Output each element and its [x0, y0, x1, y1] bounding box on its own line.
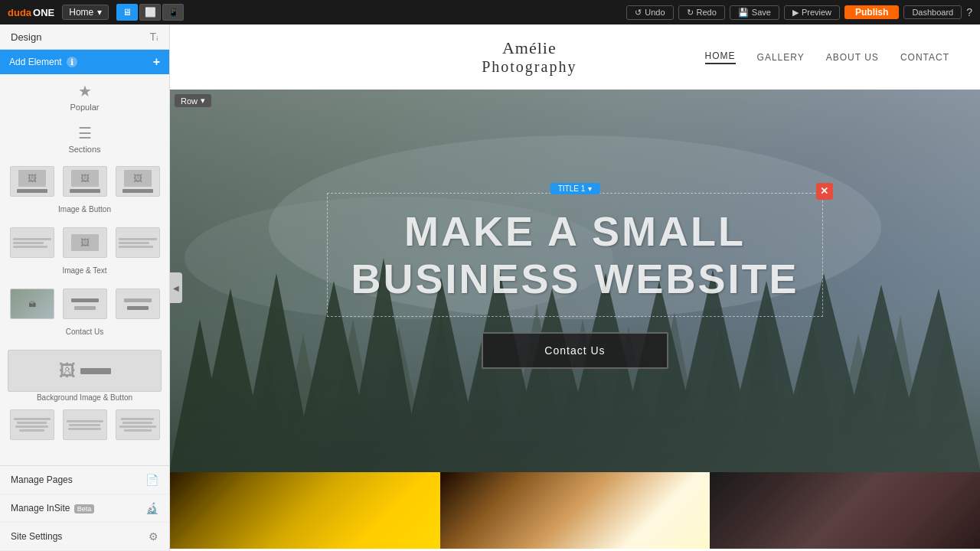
preview-button[interactable]: ▶ Preview [784, 5, 840, 20]
undo-button[interactable]: ↺ Undo [626, 5, 673, 20]
gallery-image-light[interactable] [440, 472, 710, 549]
hero-title: MAKE A SMALL BUSINESS WEBSITE [351, 207, 799, 302]
device-icons: 🖥 ⬜ 📱 [116, 4, 184, 21]
main-layout: Design Tᵢ Add Element ℹ + ★ Popular ☰ Se… [0, 24, 980, 551]
image-icon: 🖼 [18, 170, 46, 187]
gear-icon: ⚙ [149, 530, 158, 543]
typography-icon: Tᵢ [149, 31, 158, 43]
more-elements [8, 409, 162, 440]
element-item[interactable] [60, 289, 109, 319]
publish-button[interactable]: Publish [844, 5, 899, 19]
info-icon: ℹ [67, 57, 77, 67]
gallery-row [170, 472, 980, 549]
page-selector[interactable]: Home ▾ [62, 5, 109, 20]
element-item[interactable] [8, 409, 56, 440]
duda-text: duda [8, 7, 31, 18]
topbar: duda ONE Home ▾ 🖥 ⬜ 📱 ↺ Undo ↻ Redo 💾 Sa… [0, 0, 980, 24]
gallery-image-sunflower[interactable] [170, 472, 440, 549]
tablet-device-btn[interactable]: ⬜ [139, 4, 161, 21]
element-item[interactable] [113, 227, 162, 258]
popular-category[interactable]: ★ Popular [8, 82, 162, 112]
element-item[interactable] [60, 409, 109, 440]
star-icon: ★ [78, 82, 92, 100]
design-tab[interactable]: Design Tᵢ [0, 24, 169, 50]
nav-gallery[interactable]: GALLERY [757, 52, 805, 63]
mobile-device-btn[interactable]: 📱 [162, 4, 184, 21]
dashboard-button[interactable]: Dashboard [903, 5, 962, 19]
element-item[interactable]: 🖼 [113, 166, 162, 197]
bg-image-icon: 🖼 [59, 361, 76, 381]
row-label[interactable]: Row ▾ [175, 94, 211, 107]
popular-label: Popular [70, 103, 100, 112]
element-item[interactable] [113, 409, 162, 440]
contact-group: 🏔 Contact Us [8, 289, 162, 337]
element-item[interactable] [113, 289, 162, 319]
title-block[interactable]: TITLE 1 ▾ ✕ MAKE A SMALL BUSINESS WEBSIT… [327, 193, 822, 317]
hero-title-line1: MAKE A SMALL [351, 207, 799, 255]
manage-pages-label: Manage Pages [11, 474, 73, 485]
undo-icon: ↺ [635, 8, 642, 18]
add-element-plus-icon[interactable]: + [153, 55, 160, 69]
contact-us-button[interactable]: Contact Us [482, 332, 668, 369]
bg-image-button-item[interactable]: 🖼 Background Image & Button [8, 350, 162, 402]
gallery-image-dark[interactable] [710, 472, 980, 549]
sidebar-content: ★ Popular ☰ Sections 🖼 🖼 [0, 74, 169, 465]
title-badge: TITLE 1 ▾ [550, 183, 600, 194]
element-item[interactable]: 🖼 [60, 227, 109, 258]
image-button-group: 🖼 🖼 🖼 Image & B [8, 166, 162, 215]
manage-insite-item[interactable]: Manage InSite Beta 🔬 [0, 494, 169, 523]
redo-button[interactable]: ↻ Redo [678, 5, 725, 20]
manage-insite-label: Manage InSite Beta [11, 503, 94, 514]
topbar-left: duda ONE Home ▾ 🖥 ⬜ 📱 [8, 4, 184, 21]
hero-content: TITLE 1 ▾ ✕ MAKE A SMALL BUSINESS WEBSIT… [327, 193, 822, 369]
hero-title-line2: BUSINESS WEBSITE [351, 255, 799, 302]
element-item[interactable]: 🏔 [8, 289, 56, 319]
one-text: ONE [33, 7, 54, 18]
canvas-area: ◀ Amélie Photography HOME GALLERY ABOUT … [170, 24, 980, 551]
canvas-inner: Amélie Photography HOME GALLERY ABOUT US… [170, 24, 980, 551]
help-button[interactable]: ? [966, 6, 972, 18]
logo-sub: Photography [482, 58, 577, 76]
element-item[interactable]: 🖼 [8, 166, 56, 197]
add-element-bar[interactable]: Add Element ℹ + [0, 50, 169, 74]
pages-icon: 📄 [145, 474, 158, 486]
close-button[interactable]: ✕ [816, 183, 833, 200]
hero-section: Row ▾ [170, 90, 980, 472]
nav-home[interactable]: HOME [705, 51, 736, 64]
nav-about[interactable]: ABOUT US [826, 52, 879, 63]
contact-group-label: Contact Us [66, 328, 103, 336]
topbar-right: ↺ Undo ↻ Redo 💾 Save ▶ Preview Publish D… [626, 5, 972, 20]
manage-pages-item[interactable]: Manage Pages 📄 [0, 466, 169, 494]
desktop-device-btn[interactable]: 🖥 [116, 4, 138, 21]
sections-category[interactable]: ☰ Sections [8, 124, 162, 154]
site-logo: Amélie Photography [482, 38, 577, 76]
play-icon: ▶ [792, 8, 799, 18]
element-item[interactable] [8, 227, 56, 258]
redo-icon: ↻ [687, 8, 694, 18]
image-icon: 🖼 [71, 170, 99, 187]
image-icon: 🖼 [124, 170, 152, 187]
sidebar: Design Tᵢ Add Element ℹ + ★ Popular ☰ Se… [0, 24, 170, 551]
save-button[interactable]: 💾 Save [730, 5, 779, 20]
bg-image-button-label: Background Image & Button [37, 393, 132, 402]
sections-icon: ☰ [78, 124, 92, 142]
site-header: Amélie Photography HOME GALLERY ABOUT US… [170, 24, 980, 90]
image-icon: 🖼 [71, 234, 99, 251]
logo-name: Amélie [482, 38, 577, 58]
collapse-sidebar-handle[interactable]: ◀ [170, 272, 182, 303]
sections-label: Sections [68, 145, 100, 154]
save-icon: 💾 [738, 8, 749, 18]
nav-contact[interactable]: CONTACT [900, 52, 949, 63]
image-text-label: Image & Text [62, 266, 106, 275]
site-settings-label: Site Settings [11, 531, 62, 542]
image-text-group: 🖼 Image & Text [8, 227, 162, 276]
beta-badge: Beta [74, 504, 95, 514]
element-item[interactable]: 🖼 [60, 166, 109, 197]
duda-logo: duda ONE [8, 7, 54, 18]
site-settings-item[interactable]: Site Settings ⚙ [0, 523, 169, 551]
image-button-label: Image & Button [58, 205, 111, 214]
site-nav: HOME GALLERY ABOUT US CONTACT [705, 51, 949, 64]
sidebar-bottom: Manage Pages 📄 Manage InSite Beta 🔬 Site… [0, 465, 169, 551]
insite-icon: 🔬 [145, 502, 158, 514]
